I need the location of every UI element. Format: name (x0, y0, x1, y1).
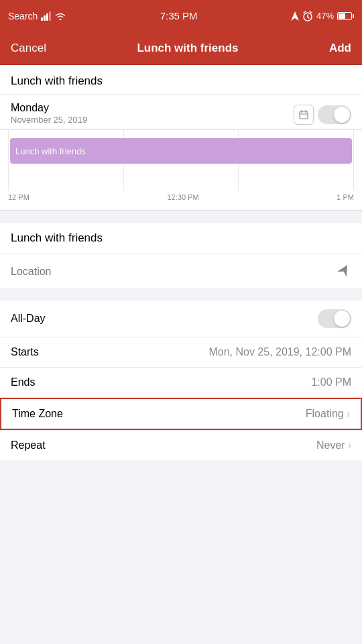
starts-value: Mon, Nov 25, 2019, 12:00 PM (208, 346, 351, 358)
day-date: November 25, 2019 (11, 115, 87, 125)
preview-toggle[interactable] (318, 105, 351, 124)
day-name: Monday (11, 102, 87, 114)
time-zone-row[interactable]: Time Zone Floating › (0, 398, 362, 430)
all-day-label: All-Day (11, 313, 46, 325)
event-title-input[interactable] (11, 231, 351, 245)
location-row[interactable] (0, 254, 362, 288)
bar1 (41, 17, 43, 21)
day-header: Monday November 25, 2019 (0, 95, 362, 129)
svg-line-4 (304, 11, 306, 13)
event-block: Lunch with friends (10, 138, 352, 164)
time-zone-value: Floating › (306, 408, 350, 420)
toggle-knob (334, 107, 350, 123)
arrow-icon (338, 263, 351, 276)
time-zone-value-text: Floating (306, 408, 344, 420)
location-input[interactable] (11, 266, 333, 278)
calendar-preview-section: Lunch with friends Monday November 25, 2… (0, 65, 362, 211)
all-day-toggle (294, 105, 351, 125)
form-datetime-section: All-Day Starts Mon, Nov 25, 2019, 12:00 … (0, 301, 362, 460)
event-block-label: Lunch with friends (15, 146, 86, 156)
svg-line-5 (310, 11, 312, 13)
all-day-row: All-Day (0, 301, 362, 337)
ends-value: 1:00 PM (311, 376, 351, 388)
calendar-icon (299, 110, 308, 119)
ends-row[interactable]: Ends 1:00 PM (0, 368, 362, 398)
day-view: Monday November 25, 2019 (0, 95, 362, 210)
bar3 (46, 13, 48, 21)
ends-label: Ends (11, 376, 35, 388)
sep-1 (0, 211, 362, 223)
form-title-location (0, 223, 362, 288)
carrier-text: Search (8, 11, 38, 21)
nav-title: Lunch with friends (137, 42, 238, 55)
time-label-1230: 12:30 PM (168, 193, 199, 201)
time-label-1pm: 1 PM (337, 193, 354, 201)
alarm-icon (302, 11, 313, 21)
starts-row[interactable]: Starts Mon, Nov 25, 2019, 12:00 PM (0, 337, 362, 368)
status-left: Search (8, 11, 66, 21)
time-zone-label: Time Zone (12, 408, 63, 420)
sep-2 (0, 288, 362, 301)
repeat-row[interactable]: Repeat Never › (0, 430, 362, 460)
starts-label: Starts (11, 346, 39, 358)
cancel-button[interactable]: Cancel (11, 39, 46, 58)
bar4 (49, 11, 51, 21)
time-label-12pm: 12 PM (8, 193, 29, 201)
timeline: Lunch with friends 12 PM 12:30 PM 1 PM (0, 129, 362, 210)
event-title-row (0, 223, 362, 254)
svg-line-3 (308, 17, 309, 18)
chevron-right-icon: › (347, 408, 350, 420)
day-info: Monday November 25, 2019 (11, 102, 87, 125)
add-button[interactable]: Add (329, 39, 351, 58)
wifi-icon (54, 11, 66, 21)
svg-rect-6 (300, 111, 308, 119)
repeat-value: Never › (316, 439, 351, 451)
repeat-chevron-icon: › (348, 439, 351, 451)
status-bar: Search 7:35 PM 47% (0, 0, 362, 32)
all-day-toggle[interactable] (318, 309, 351, 328)
signal-bars (41, 11, 51, 21)
event-title-header: Lunch with friends (0, 65, 362, 95)
status-right: 47% (291, 11, 354, 21)
status-time: 7:35 PM (160, 10, 198, 21)
calendar-mini-icon (294, 105, 314, 125)
all-day-knob (334, 311, 350, 327)
svg-marker-0 (291, 11, 299, 21)
bar2 (44, 15, 46, 21)
repeat-value-text: Never (316, 439, 345, 451)
repeat-label: Repeat (11, 439, 46, 451)
battery-icon (337, 12, 354, 20)
battery-percent: 47% (316, 11, 334, 21)
location-arrow-icon (338, 263, 351, 280)
nav-bar: Cancel Lunch with friends Add (0, 32, 362, 65)
location-status-icon (291, 11, 299, 21)
svg-marker-10 (338, 263, 351, 276)
